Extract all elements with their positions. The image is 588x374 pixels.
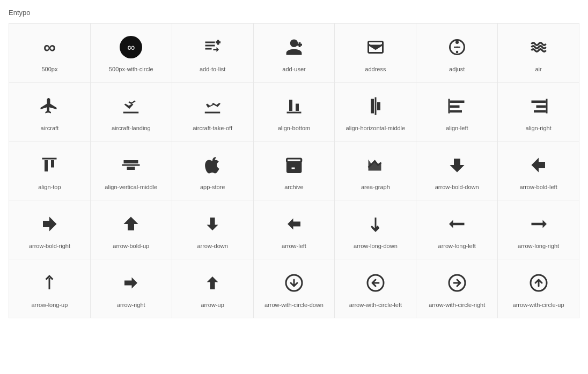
adjust-label: adjust bbox=[449, 65, 465, 73]
svg-rect-30 bbox=[49, 278, 50, 289]
svg-point-8 bbox=[455, 51, 458, 54]
align-right-label: align-right bbox=[525, 124, 551, 132]
icon-cell-arrow-with-circle-up[interactable]: arrow-with-circle-up bbox=[498, 259, 579, 318]
arrow-bold-left-icon bbox=[529, 152, 548, 178]
arrow-long-right-icon bbox=[529, 211, 548, 237]
archive-icon bbox=[284, 152, 304, 178]
icon-cell-arrow-up[interactable]: arrow-up bbox=[172, 259, 254, 318]
arrow-long-left-label: arrow-long-left bbox=[438, 242, 476, 250]
align-bottom-label: align-bottom bbox=[278, 124, 311, 132]
arrow-bold-left-label: arrow-bold-left bbox=[519, 183, 557, 191]
icon-cell-aircraft-landing[interactable]: aircraft-landing bbox=[91, 83, 172, 141]
icon-cell-address[interactable]: address bbox=[335, 24, 416, 83]
svg-rect-10 bbox=[296, 103, 299, 111]
arrow-right-label: arrow-right bbox=[117, 301, 145, 309]
arrow-bold-right-label: arrow-bold-right bbox=[29, 242, 70, 250]
svg-rect-16 bbox=[450, 105, 459, 108]
app-store-label: app-store bbox=[200, 183, 225, 191]
align-top-icon bbox=[40, 152, 59, 178]
icon-cell-add-user[interactable]: add-user bbox=[254, 24, 335, 83]
add-to-list-label: add-to-list bbox=[200, 65, 225, 73]
arrow-long-left-icon bbox=[447, 211, 467, 237]
aircraft-icon bbox=[40, 93, 59, 119]
icon-cell-arrow-long-right[interactable]: arrow-long-right bbox=[498, 200, 579, 259]
500px-icon: ∞ bbox=[43, 34, 56, 60]
icon-cell-align-bottom[interactable]: align-bottom bbox=[254, 83, 335, 141]
icon-cell-500px[interactable]: ∞500px bbox=[9, 24, 91, 83]
arrow-right-icon bbox=[121, 270, 141, 296]
icon-cell-align-top[interactable]: align-top bbox=[9, 141, 91, 200]
svg-rect-25 bbox=[42, 158, 57, 159]
icon-cell-archive[interactable]: archive bbox=[254, 141, 335, 200]
icon-cell-500px-with-circle[interactable]: ∞500px-with-circle bbox=[91, 24, 172, 83]
icon-cell-add-to-list[interactable]: add-to-list bbox=[172, 24, 254, 83]
arrow-long-up-label: arrow-long-up bbox=[31, 301, 68, 309]
arrow-long-up-icon bbox=[40, 270, 59, 296]
aircraft-label: aircraft bbox=[41, 124, 59, 132]
icon-cell-align-left[interactable]: align-left bbox=[416, 83, 498, 141]
archive-label: archive bbox=[284, 183, 303, 191]
icon-cell-arrow-right[interactable]: arrow-right bbox=[91, 259, 172, 318]
icon-cell-adjust[interactable]: adjust bbox=[416, 24, 498, 83]
arrow-with-circle-up-icon bbox=[529, 270, 548, 296]
align-horizontal-middle-icon bbox=[366, 93, 385, 119]
align-top-label: align-top bbox=[38, 183, 61, 191]
icon-cell-align-right[interactable]: align-right bbox=[498, 83, 579, 141]
icon-cell-arrow-long-left[interactable]: arrow-long-left bbox=[416, 200, 498, 259]
icon-cell-arrow-long-up[interactable]: arrow-long-up bbox=[9, 259, 91, 318]
500px-with-circle-icon: ∞ bbox=[120, 34, 142, 60]
arrow-bold-right-icon bbox=[40, 211, 59, 237]
arrow-bold-down-label: arrow-bold-down bbox=[435, 183, 479, 191]
icon-cell-air[interactable]: air bbox=[498, 24, 579, 83]
500px-label: 500px bbox=[41, 65, 57, 73]
align-horizontal-middle-label: align-horizontal-middle bbox=[346, 124, 406, 132]
aircraft-take-off-icon bbox=[203, 93, 222, 119]
svg-rect-23 bbox=[45, 160, 48, 171]
address-label: address bbox=[365, 65, 386, 73]
icon-cell-arrow-with-circle-down[interactable]: arrow-with-circle-down bbox=[254, 259, 335, 318]
icon-cell-arrow-bold-left[interactable]: arrow-bold-left bbox=[498, 141, 579, 200]
arrow-with-circle-down-icon bbox=[284, 270, 304, 296]
arrow-left-label: arrow-left bbox=[282, 242, 306, 250]
svg-rect-9 bbox=[289, 100, 292, 111]
icon-cell-aircraft[interactable]: aircraft bbox=[9, 83, 91, 141]
icon-cell-arrow-long-down[interactable]: arrow-long-down bbox=[335, 200, 416, 259]
icon-cell-arrow-bold-right[interactable]: arrow-bold-right bbox=[9, 200, 91, 259]
svg-rect-27 bbox=[127, 167, 135, 170]
svg-rect-26 bbox=[124, 160, 138, 163]
adjust-icon bbox=[447, 34, 467, 60]
align-right-icon bbox=[529, 93, 548, 119]
icon-cell-area-graph[interactable]: area-graph bbox=[335, 141, 416, 200]
icon-cell-aircraft-take-off[interactable]: aircraft-take-off bbox=[172, 83, 254, 141]
icon-cell-arrow-down[interactable]: arrow-down bbox=[172, 200, 254, 259]
aircraft-take-off-label: aircraft-take-off bbox=[193, 124, 232, 132]
icon-cell-align-vertical-middle[interactable]: align-vertical-middle bbox=[91, 141, 172, 200]
air-icon bbox=[529, 34, 548, 60]
address-icon bbox=[366, 34, 385, 60]
icon-cell-arrow-with-circle-left[interactable]: arrow-with-circle-left bbox=[335, 259, 416, 318]
add-to-list-icon bbox=[203, 34, 222, 60]
icon-cell-align-horizontal-middle[interactable]: align-horizontal-middle bbox=[335, 83, 416, 141]
svg-rect-17 bbox=[450, 110, 462, 113]
arrow-long-down-icon bbox=[366, 211, 385, 237]
arrow-with-circle-left-icon bbox=[366, 270, 385, 296]
add-user-icon bbox=[284, 34, 304, 60]
icon-cell-arrow-with-circle-right[interactable]: arrow-with-circle-right bbox=[416, 259, 498, 318]
arrow-with-circle-left-label: arrow-with-circle-left bbox=[349, 301, 402, 309]
icon-cell-arrow-left[interactable]: arrow-left bbox=[254, 200, 335, 259]
aircraft-landing-label: aircraft-landing bbox=[112, 124, 151, 132]
icon-cell-app-store[interactable]: app-store bbox=[172, 141, 254, 200]
area-graph-label: area-graph bbox=[361, 183, 390, 191]
svg-rect-12 bbox=[371, 99, 374, 113]
align-vertical-middle-icon bbox=[121, 152, 141, 178]
align-left-icon bbox=[447, 93, 467, 119]
arrow-with-circle-right-label: arrow-with-circle-right bbox=[429, 301, 485, 309]
svg-rect-18 bbox=[448, 99, 450, 113]
icon-cell-arrow-bold-down[interactable]: arrow-bold-down bbox=[416, 141, 498, 200]
arrow-bold-up-icon bbox=[121, 211, 141, 237]
align-vertical-middle-label: align-vertical-middle bbox=[105, 183, 157, 191]
icon-cell-arrow-bold-up[interactable]: arrow-bold-up bbox=[91, 200, 172, 259]
svg-rect-22 bbox=[546, 99, 547, 113]
arrow-up-icon bbox=[203, 270, 222, 296]
arrow-long-right-label: arrow-long-right bbox=[518, 242, 559, 250]
